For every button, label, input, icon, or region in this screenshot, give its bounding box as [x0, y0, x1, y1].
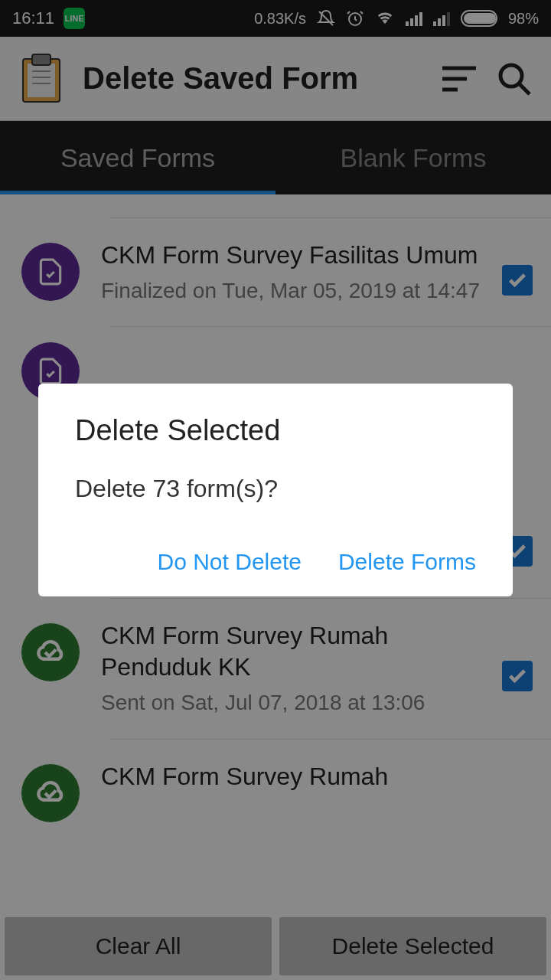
- delete-forms-button[interactable]: Delete Forms: [338, 549, 476, 575]
- do-not-delete-button[interactable]: Do Not Delete: [158, 549, 302, 575]
- modal-overlay[interactable]: Delete Selected Delete 73 form(s)? Do No…: [0, 0, 551, 980]
- dialog-message: Delete 73 form(s)?: [75, 475, 476, 503]
- dialog-title: Delete Selected: [75, 414, 476, 447]
- delete-dialog: Delete Selected Delete 73 form(s)? Do No…: [38, 384, 513, 596]
